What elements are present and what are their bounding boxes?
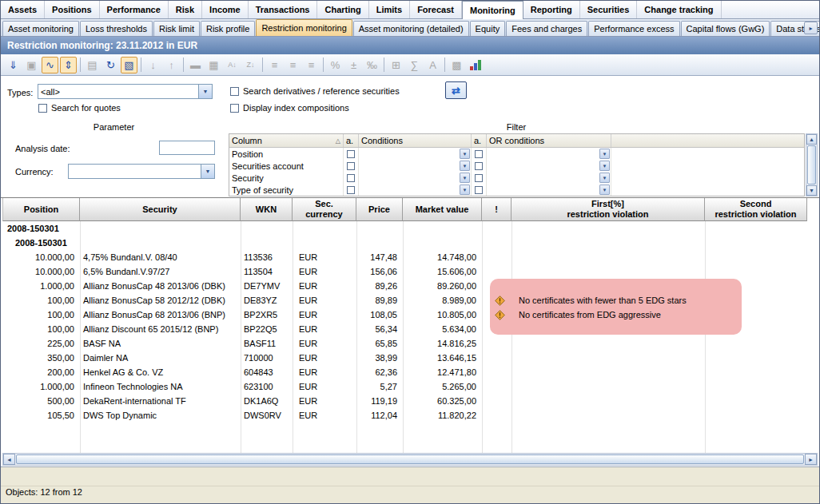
table-row[interactable]: 200,00Henkel AG & Co. VZ604843EUR62,3612… bbox=[2, 365, 807, 379]
chevron-down-icon[interactable]: ▼ bbox=[599, 173, 610, 183]
menu-item-assets[interactable]: Assets bbox=[1, 1, 45, 18]
menu-item-securities[interactable]: Securities bbox=[580, 1, 638, 18]
chevron-down-icon[interactable]: ▼ bbox=[460, 173, 470, 183]
horizontal-scrollbar[interactable]: ◄ ► bbox=[2, 453, 818, 466]
group-icon[interactable]: ⊞ bbox=[388, 57, 404, 73]
filter-and-checkbox[interactable] bbox=[347, 150, 355, 158]
column-header-warning-flag[interactable]: ! bbox=[482, 198, 512, 221]
align-right-icon[interactable]: ≡ bbox=[303, 57, 320, 73]
tab-performance-excess[interactable]: Performance excess bbox=[588, 21, 679, 36]
or-conditions-dropdown[interactable]: ▼ bbox=[487, 172, 611, 184]
table-row[interactable]: 105,50DWS Top DynamicDWS0RVEUR112,0411.8… bbox=[2, 408, 807, 423]
chevron-down-icon[interactable]: ▼ bbox=[460, 185, 470, 195]
menu-item-forecast[interactable]: Forecast bbox=[410, 1, 462, 18]
filter-row-security[interactable]: Security▼▼ bbox=[229, 172, 804, 184]
sort-ascending-icon[interactable]: ↑ bbox=[163, 57, 180, 73]
currency-select[interactable]: ▼ bbox=[68, 164, 215, 179]
group-row[interactable]: 2008-150301 bbox=[2, 236, 807, 250]
column-header-security[interactable]: Security bbox=[80, 198, 241, 221]
chart-options-icon[interactable]: ▧ bbox=[121, 57, 137, 73]
menu-item-income[interactable]: Income bbox=[202, 1, 249, 18]
sort-az-icon[interactable]: A↓ bbox=[224, 57, 241, 73]
group-row[interactable]: 2008-150301 bbox=[2, 221, 807, 236]
menu-item-positions[interactable]: Positions bbox=[45, 1, 100, 18]
menu-item-monitoring[interactable]: Monitoring bbox=[462, 1, 523, 19]
column-header-sec-currency[interactable]: Sec.currency bbox=[293, 198, 356, 221]
display-index-compositions-checkbox[interactable]: Display index compositions bbox=[230, 103, 349, 113]
filter-or-checkbox[interactable] bbox=[475, 186, 483, 194]
tab-loss-thresholds[interactable]: Loss thresholds bbox=[80, 21, 153, 36]
tab-equity[interactable]: Equity bbox=[470, 21, 506, 36]
filter-and-checkbox[interactable] bbox=[347, 162, 355, 170]
copy-icon[interactable]: ▣ bbox=[23, 57, 40, 73]
search-derivatives-checkbox[interactable]: Search derivatives / reference securitie… bbox=[230, 86, 400, 96]
filter-or-checkbox[interactable] bbox=[475, 162, 483, 170]
filter-and-checkbox[interactable] bbox=[347, 186, 355, 194]
menu-item-transactions[interactable]: Transactions bbox=[249, 1, 318, 18]
tab-risk-profile[interactable]: Risk profile bbox=[201, 21, 255, 36]
remove-decimal-icon[interactable]: ‰ bbox=[364, 57, 380, 73]
sort-za-icon[interactable]: Z↓ bbox=[242, 57, 259, 73]
conditions-dropdown[interactable]: ▼ bbox=[359, 184, 472, 196]
align-center-icon[interactable]: ≡ bbox=[285, 57, 301, 73]
filter-scrollbar[interactable]: ▲ ▼ bbox=[806, 133, 818, 196]
table-row[interactable]: 500,00DekaRent-international TFDK1A6QEUR… bbox=[2, 394, 807, 408]
tab-capital-flows-gwg[interactable]: Capital flows (GwG) bbox=[681, 21, 770, 36]
tab-restriction-monitoring[interactable]: Restriction monitoring bbox=[256, 19, 352, 36]
percent-icon[interactable]: % bbox=[327, 57, 344, 73]
filter-row-position[interactable]: Position▼▼ bbox=[229, 148, 804, 160]
scroll-down-button[interactable]: ▼ bbox=[806, 185, 817, 196]
sum-icon[interactable]: ∑ bbox=[406, 57, 423, 73]
grid-icon[interactable]: ▦ bbox=[205, 57, 222, 73]
menu-item-change-tracking[interactable]: Change tracking bbox=[637, 1, 721, 18]
menu-item-risk[interactable]: Risk bbox=[169, 1, 202, 18]
filter-and-checkbox[interactable] bbox=[347, 174, 355, 182]
line-chart-icon[interactable]: ∿ bbox=[42, 57, 58, 73]
menu-item-performance[interactable]: Performance bbox=[100, 1, 169, 18]
menu-item-charting[interactable]: Charting bbox=[317, 1, 368, 18]
conditions-dropdown[interactable]: ▼ bbox=[359, 160, 472, 172]
chevron-down-icon[interactable]: ▼ bbox=[198, 85, 212, 98]
scrollbar-thumb[interactable] bbox=[807, 145, 816, 185]
tab-scroll-right-button[interactable]: ▸ bbox=[804, 22, 818, 34]
checkbox-box[interactable] bbox=[230, 104, 239, 113]
chevron-down-icon[interactable]: ▼ bbox=[599, 149, 610, 159]
insert-row-icon[interactable]: ▬ bbox=[187, 57, 204, 73]
or-conditions-dropdown[interactable]: ▼ bbox=[487, 184, 611, 196]
font-icon[interactable]: A bbox=[424, 57, 441, 73]
table-row[interactable]: 225,00BASF NABASF11EUR65,8514.816,25 bbox=[2, 336, 807, 351]
pattern-icon[interactable]: ▩ bbox=[448, 57, 465, 73]
menu-item-limits[interactable]: Limits bbox=[369, 1, 410, 18]
column-header-first-restriction-violation[interactable]: First[%]restriction violation bbox=[512, 198, 705, 221]
import-icon[interactable]: ⇓ bbox=[5, 57, 22, 73]
search-for-quotes-checkbox[interactable]: Search for quotes bbox=[38, 103, 121, 113]
align-left-icon[interactable]: ≡ bbox=[266, 57, 283, 73]
chevron-down-icon[interactable]: ▼ bbox=[460, 149, 470, 159]
tab-asset-monitoring-detailed[interactable]: Asset monitoring (detailed) bbox=[353, 21, 469, 36]
chevron-down-icon[interactable]: ▼ bbox=[599, 185, 610, 195]
checkbox-box[interactable] bbox=[38, 104, 47, 113]
filter-row-securities-account[interactable]: Securities account▼▼ bbox=[229, 160, 804, 172]
column-header-position[interactable]: Position bbox=[2, 198, 80, 221]
filter-or-checkbox[interactable] bbox=[475, 150, 483, 158]
tab-asset-monitoring[interactable]: Asset monitoring bbox=[2, 21, 79, 36]
table-row[interactable]: 350,00Daimler NA710000EUR38,9913.646,15 bbox=[2, 351, 807, 365]
or-conditions-dropdown[interactable]: ▼ bbox=[487, 148, 611, 160]
column-header-market-value[interactable]: Market value bbox=[403, 198, 482, 221]
column-header-price[interactable]: Price bbox=[356, 198, 403, 221]
scroll-left-button[interactable]: ◄ bbox=[3, 454, 15, 465]
analysis-date-input[interactable] bbox=[159, 141, 215, 155]
conditions-dropdown[interactable]: ▼ bbox=[359, 148, 472, 160]
filter-row-type-of-security[interactable]: Type of security▼▼ bbox=[229, 184, 804, 196]
column-header-wkn[interactable]: WKN bbox=[241, 198, 293, 221]
start-search-button[interactable]: ⇄ bbox=[445, 81, 467, 99]
table-row[interactable]: 10.000,006,5% Bundanl.V.97/27113504EUR15… bbox=[2, 264, 807, 279]
scrollbar-thumb[interactable] bbox=[16, 454, 804, 464]
menu-item-reporting[interactable]: Reporting bbox=[523, 1, 580, 18]
table-row[interactable]: 1.000,00Infineon Technologies NA623100EU… bbox=[2, 379, 807, 394]
filter-column-header-a[interactable]: a. bbox=[344, 134, 359, 147]
tab-risk-limit[interactable]: Risk limit bbox=[153, 21, 200, 36]
sort-descending-icon[interactable]: ↓ bbox=[145, 57, 161, 73]
filter-column-header-or-conditions[interactable]: OR conditions bbox=[487, 134, 611, 147]
table-row[interactable]: 10.000,004,75% Bundanl.V. 08/40113536EUR… bbox=[2, 250, 807, 264]
